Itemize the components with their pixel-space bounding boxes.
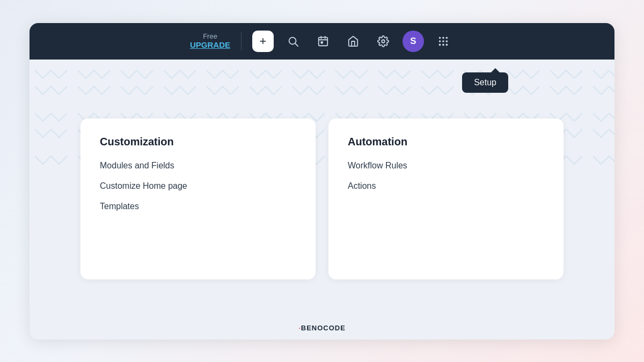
customization-title: Customization [100,136,296,148]
store-icon [347,35,359,47]
footer-brand: ·BENOCODE [298,324,346,332]
store-button[interactable] [342,31,364,52]
cards-container: Customization Modules and Fields Customi… [80,119,564,279]
svg-line-1 [295,43,298,46]
calendar-icon [317,35,329,47]
calendar-button[interactable] [312,31,334,52]
content-area: Setup Customization Modules and Fields C… [30,60,614,339]
svg-point-8 [439,36,441,39]
svg-point-15 [442,43,444,46]
svg-point-16 [446,43,448,46]
search-button[interactable] [282,31,304,52]
svg-point-13 [446,40,448,42]
setup-tooltip[interactable]: Setup [462,72,508,93]
automation-card: Automation Workflow Rules Actions [328,119,564,279]
svg-point-7 [382,40,385,43]
automation-title: Automation [348,136,544,148]
upgrade-link[interactable]: UPGRADE [190,40,230,50]
brand-name: BENOCODE [301,324,346,332]
grid-icon [437,35,449,47]
svg-point-12 [442,40,444,42]
setup-label: Setup [474,78,496,87]
app-window: Free UPGRADE + [30,23,614,339]
actions-link[interactable]: Actions [348,181,544,191]
avatar-letter: S [410,36,416,47]
search-icon [287,35,299,47]
upgrade-section: Free UPGRADE [190,32,230,50]
customize-home-page-link[interactable]: Customize Home page [100,181,296,191]
add-button[interactable]: + [252,31,274,52]
gear-icon [377,35,389,47]
svg-rect-2 [319,37,328,46]
free-label: Free [203,32,217,41]
plus-icon: + [260,34,267,48]
svg-point-11 [439,40,441,42]
workflow-rules-link[interactable]: Workflow Rules [348,161,544,171]
grid-menu-button[interactable] [433,31,454,52]
avatar[interactable]: S [402,31,424,52]
svg-point-10 [446,36,448,39]
customization-card: Customization Modules and Fields Customi… [80,119,316,279]
settings-button[interactable] [372,31,394,52]
nav-divider [241,32,241,51]
navbar: Free UPGRADE + [30,23,614,60]
svg-point-14 [439,43,441,46]
svg-point-9 [442,36,444,39]
modules-and-fields-link[interactable]: Modules and Fields [100,161,296,171]
templates-link[interactable]: Templates [100,202,296,211]
svg-rect-6 [321,41,323,43]
